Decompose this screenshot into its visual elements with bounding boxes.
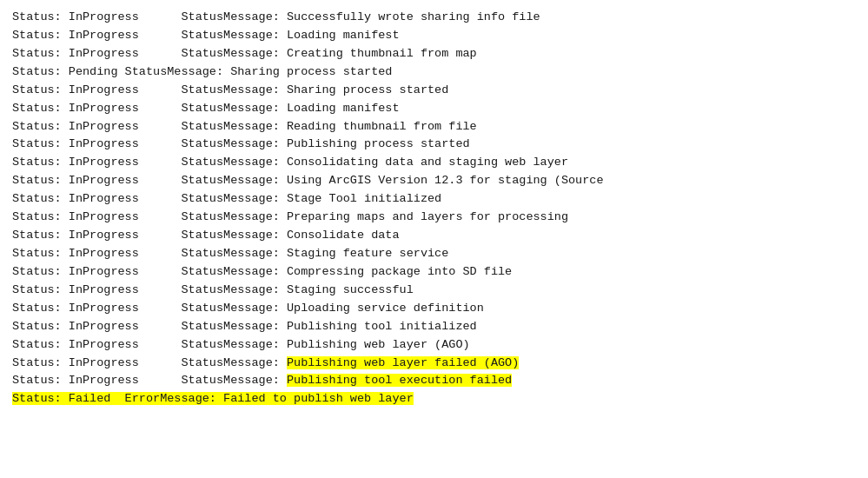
log-line: Status: InProgress StatusMessage: Using … bbox=[12, 172, 856, 190]
log-line: Status: InProgress StatusMessage: Publis… bbox=[12, 318, 856, 336]
log-line: Status: Pending StatusMessage: Sharing p… bbox=[12, 63, 856, 82]
log-line: Status: InProgress StatusMessage: Sharin… bbox=[12, 82, 856, 100]
log-line: Status: InProgress StatusMessage: Stagin… bbox=[12, 282, 856, 300]
log-line: Status: InProgress StatusMessage: Stage … bbox=[12, 190, 856, 209]
log-line: Status: InProgress StatusMessage: Prepar… bbox=[12, 209, 856, 227]
log-line: Status: InProgress StatusMessage: Succes… bbox=[12, 9, 856, 27]
highlighted-text: Publishing web layer failed (AGO) bbox=[287, 356, 519, 369]
log-line: Status: InProgress StatusMessage: Consol… bbox=[12, 154, 856, 172]
log-line: Status: InProgress StatusMessage: Publis… bbox=[12, 136, 856, 154]
log-line: Status: InProgress StatusMessage: Publis… bbox=[12, 355, 856, 373]
log-line: Status: InProgress StatusMessage: Compre… bbox=[12, 263, 856, 282]
highlighted-text: Publishing tool execution failed bbox=[287, 374, 512, 387]
highlighted-error-line: Status: Failed ErrorMessage: Failed to p… bbox=[12, 392, 414, 405]
log-line: Status: Failed ErrorMessage: Failed to p… bbox=[12, 390, 856, 408]
log-line: Status: InProgress StatusMessage: Loadin… bbox=[12, 27, 856, 45]
log-line: Status: InProgress StatusMessage: Creati… bbox=[12, 45, 856, 63]
log-line: Status: InProgress StatusMessage: Stagin… bbox=[12, 245, 856, 263]
log-line: Status: InProgress StatusMessage: Loadin… bbox=[12, 100, 856, 118]
log-container: Status: InProgress StatusMessage: Succes… bbox=[12, 9, 856, 408]
log-line: Status: InProgress StatusMessage: Consol… bbox=[12, 227, 856, 245]
log-line: Status: InProgress StatusMessage: Publis… bbox=[12, 336, 856, 355]
log-line: Status: InProgress StatusMessage: Readin… bbox=[12, 118, 856, 136]
log-line: Status: InProgress StatusMessage: Upload… bbox=[12, 300, 856, 318]
log-line: Status: InProgress StatusMessage: Publis… bbox=[12, 372, 856, 390]
